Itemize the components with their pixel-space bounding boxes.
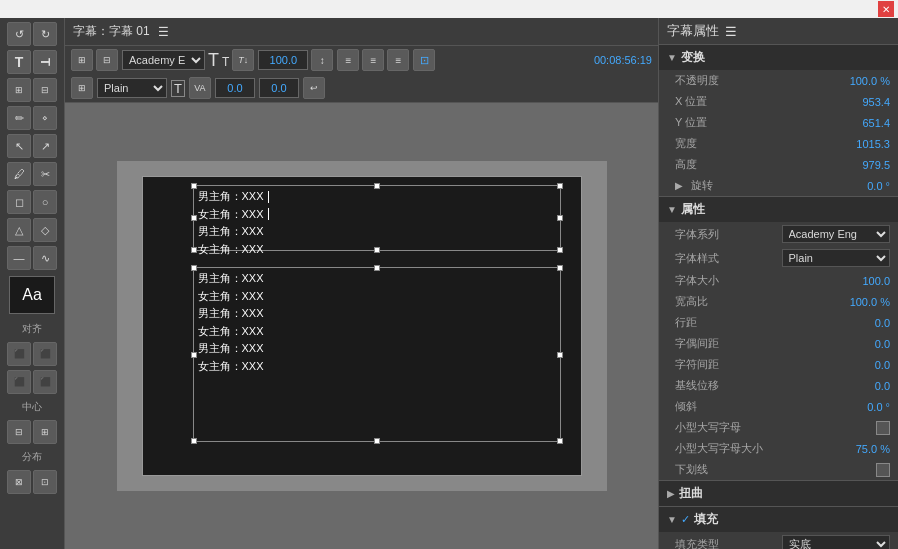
handle-tm[interactable] bbox=[374, 183, 380, 189]
shape-tools-row1: ◻ ○ bbox=[7, 190, 57, 214]
center-v-button[interactable]: ⊞ bbox=[33, 420, 57, 444]
handle-b-tl[interactable] bbox=[191, 265, 197, 271]
scissors-button[interactable]: ✂ bbox=[33, 162, 57, 186]
fill-type-select[interactable]: 实底 bbox=[782, 535, 891, 549]
handle-b-ml[interactable] bbox=[191, 352, 197, 358]
font-size-value: 100.0 bbox=[830, 275, 890, 287]
size-icon[interactable]: ↕ bbox=[311, 49, 333, 71]
arrow-button[interactable]: ↖ bbox=[7, 134, 31, 158]
bezier-button[interactable]: ∿ bbox=[33, 246, 57, 270]
rect-button[interactable]: ◻ bbox=[7, 190, 31, 214]
text-tool-button[interactable]: T bbox=[7, 50, 31, 74]
font-family-prop-select[interactable]: Academy Eng bbox=[782, 225, 891, 243]
toolbar-icon1[interactable]: ⊞ bbox=[71, 49, 93, 71]
wrap-icon[interactable]: ↩ bbox=[303, 77, 325, 99]
font-size-input[interactable] bbox=[258, 50, 308, 70]
diamond-button[interactable]: ◇ bbox=[33, 218, 57, 242]
align-center-text-button[interactable]: ≡ bbox=[362, 49, 384, 71]
text-vertical-button[interactable]: T bbox=[33, 50, 57, 74]
subtitle-header: 字幕：字幕 01 ☰ bbox=[65, 18, 658, 46]
opacity-value: 100.0 % bbox=[830, 75, 890, 87]
center-h-button[interactable]: ⊟ bbox=[7, 420, 31, 444]
transform-arrow: ▼ bbox=[667, 52, 677, 63]
redo-button[interactable]: ↻ bbox=[33, 22, 57, 46]
toolbar-group-time: 00:08:56:19 bbox=[594, 54, 652, 66]
font-style-label: 字体样式 bbox=[675, 251, 778, 266]
align-bottom-button[interactable]: ⬛ bbox=[33, 370, 57, 394]
text-box-top[interactable]: 男主角：XXX 女主角：XXX 男主角：XXX 女主角：XXX bbox=[193, 185, 561, 251]
distribute-h-button[interactable]: ⊠ bbox=[7, 470, 31, 494]
handle-b-tm[interactable] bbox=[374, 265, 380, 271]
toolbar-group-font: Academy E T T T↓ bbox=[122, 49, 254, 71]
handle-ml[interactable] bbox=[191, 215, 197, 221]
text-box-bottom[interactable]: 男主角：XXX 女主角：XXX 男主角：XXX 女主角：XXX 男主角：XXX … bbox=[193, 267, 561, 442]
subtitle-title: 字幕：字幕 01 bbox=[73, 23, 150, 40]
canvas-inner[interactable]: 男主角：XXX 女主角：XXX 男主角：XXX 女主角：XXX bbox=[142, 176, 582, 476]
toolbar-icon2[interactable]: ⊟ bbox=[96, 49, 118, 71]
header-menu-icon[interactable]: ☰ bbox=[158, 25, 169, 39]
handle-bm[interactable] bbox=[374, 247, 380, 253]
distort-title: 扭曲 bbox=[679, 485, 703, 502]
toolbar-group-align: ≡ ≡ ≡ bbox=[337, 49, 409, 71]
y-pos-row: Y 位置 651.4 bbox=[659, 112, 898, 133]
anchor-button[interactable]: ⋄ bbox=[33, 106, 57, 130]
font-style-select[interactable]: Plain bbox=[97, 78, 167, 98]
fill-type-label: 填充类型 bbox=[675, 537, 778, 550]
list-button[interactable]: ⊟ bbox=[33, 78, 57, 102]
handle-b-mr[interactable] bbox=[557, 352, 563, 358]
pen-button[interactable]: ✏ bbox=[7, 106, 31, 130]
leading-label: 行距 bbox=[675, 315, 826, 330]
handle-br[interactable] bbox=[557, 247, 563, 253]
distort-section-header[interactable]: ▶ 扭曲 bbox=[659, 481, 898, 506]
align-top-button[interactable]: ⬛ bbox=[7, 370, 31, 394]
kerning-icon[interactable]: VA bbox=[189, 77, 211, 99]
slant-label: 倾斜 bbox=[675, 399, 826, 414]
transform-section-header[interactable]: ▼ 变换 bbox=[659, 45, 898, 70]
handle-tl[interactable] bbox=[191, 183, 197, 189]
draw-button[interactable]: 🖊 bbox=[7, 162, 31, 186]
handle-b-tr[interactable] bbox=[557, 265, 563, 271]
arrow2-button[interactable]: ↗ bbox=[33, 134, 57, 158]
handle-mr[interactable] bbox=[557, 215, 563, 221]
triangle-button[interactable]: △ bbox=[7, 218, 31, 242]
distribute-v-button[interactable]: ⊡ bbox=[33, 470, 57, 494]
font-style-prop-select[interactable]: Plain bbox=[782, 249, 891, 267]
y-pos-value: 651.4 bbox=[830, 117, 890, 129]
canvas-area[interactable]: 男主角：XXX 女主角：XXX 男主角：XXX 女主角：XXX bbox=[65, 103, 658, 549]
small-caps-size-row: 小型大写字母大小 75.0 % bbox=[659, 438, 898, 459]
font-family-select[interactable]: Academy E bbox=[122, 50, 205, 70]
handle-bl[interactable] bbox=[191, 247, 197, 253]
offset-x-input[interactable] bbox=[215, 78, 255, 98]
x-pos-label: X 位置 bbox=[675, 94, 826, 109]
fill-check[interactable]: ✓ bbox=[681, 513, 690, 526]
rotation-arrow: ▶ bbox=[675, 180, 683, 191]
offset-y-input[interactable] bbox=[259, 78, 299, 98]
undo-button[interactable]: ↺ bbox=[7, 22, 31, 46]
text-subscript-button[interactable]: T↓ bbox=[232, 49, 254, 71]
handle-b-bl[interactable] bbox=[191, 438, 197, 444]
handle-tr[interactable] bbox=[557, 183, 563, 189]
toolbar: ⊞ ⊟ Academy E T T T↓ ↕ ≡ ≡ ≡ ⊡ bbox=[65, 46, 658, 103]
tracking-value: 0.0 bbox=[830, 359, 890, 371]
align-left-button[interactable]: ⬛ bbox=[7, 342, 31, 366]
font-family-label: 字体系列 bbox=[675, 227, 778, 242]
fill-section-header[interactable]: ▼ ✓ 填充 bbox=[659, 507, 898, 532]
text-cursor-2 bbox=[268, 208, 269, 220]
toolbar-icon3[interactable]: ⊞ bbox=[71, 77, 93, 99]
small-caps-checkbox[interactable] bbox=[876, 421, 890, 435]
underline-checkbox[interactable] bbox=[876, 463, 890, 477]
align-left-text-button[interactable]: ≡ bbox=[337, 49, 359, 71]
grid-button[interactable]: ⊞ bbox=[7, 78, 31, 102]
properties-section-header[interactable]: ▼ 属性 bbox=[659, 197, 898, 222]
draw-tools-row: 🖊 ✂ bbox=[7, 162, 57, 186]
close-button[interactable]: ✕ bbox=[878, 1, 894, 17]
ellipse-button[interactable]: ○ bbox=[33, 190, 57, 214]
tabstop-button[interactable]: ⊡ bbox=[413, 49, 435, 71]
line-button[interactable]: — bbox=[7, 246, 31, 270]
handle-b-br[interactable] bbox=[557, 438, 563, 444]
handle-b-bm[interactable] bbox=[374, 438, 380, 444]
x-pos-value: 953.4 bbox=[830, 96, 890, 108]
align-right-text-button[interactable]: ≡ bbox=[387, 49, 409, 71]
align-right-button[interactable]: ⬛ bbox=[33, 342, 57, 366]
right-panel-menu-icon[interactable]: ☰ bbox=[725, 24, 737, 39]
